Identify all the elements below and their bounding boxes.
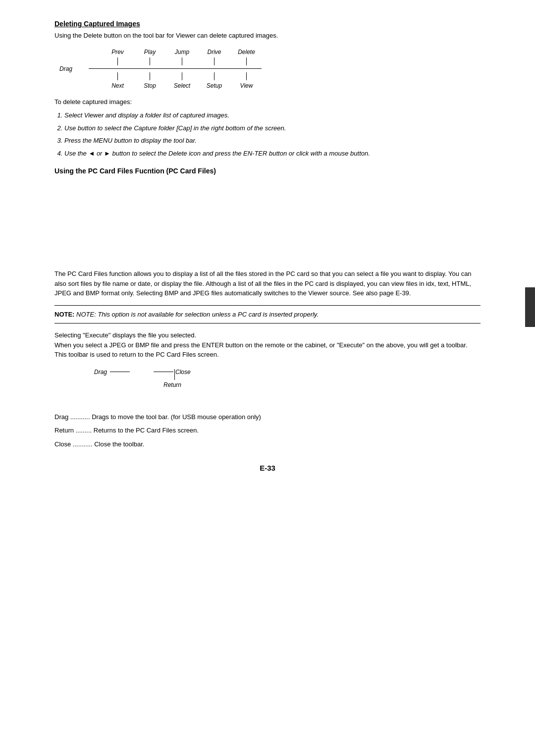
drag-desc: Drag ........... Drags to move the tool … xyxy=(54,412,481,422)
toolbar-diagram: Prev Play Jump Drive Delete Drag xyxy=(59,49,481,89)
label-stop: Stop xyxy=(134,82,166,89)
note-box: NOTE: NOTE: This option is not available… xyxy=(54,305,481,324)
tick-view xyxy=(246,72,247,80)
delete-step-4: Use the ◄ or ► button to select the Dele… xyxy=(64,149,481,159)
delete-steps: Select Viewer and display a folder list … xyxy=(64,110,481,158)
image-area-spacer xyxy=(54,180,481,269)
tick-select xyxy=(182,72,182,80)
tick-prev xyxy=(117,57,118,65)
label-view: View xyxy=(230,82,263,89)
delete-step-1: Select Viewer and display a folder list … xyxy=(64,110,481,120)
to-delete-label: To delete captured images: xyxy=(54,97,481,107)
delete-step-3: Press the MENU button to display the too… xyxy=(64,136,481,146)
label-delete: Delete xyxy=(230,49,263,55)
tick-setup xyxy=(214,72,214,80)
note-text: NOTE: NOTE: This option is not available… xyxy=(54,310,481,320)
tick-jump xyxy=(182,57,182,65)
tick-play xyxy=(150,57,150,65)
tick-delete xyxy=(246,57,247,65)
section-heading-delete: Deleting Captured Images xyxy=(54,20,481,28)
label-select: Select xyxy=(166,82,198,89)
pc-drag-line-right xyxy=(154,372,173,372)
pc-toolbar-diagram: Drag Close Return xyxy=(94,369,481,403)
tick-drive xyxy=(214,57,214,65)
label-jump: Jump xyxy=(166,49,198,55)
section-heading-pccard: Using the PC Card Files Fucntion (PC Car… xyxy=(54,167,481,175)
drag-line xyxy=(89,68,101,69)
delete-intro: Using the Delete button on the tool bar … xyxy=(54,31,481,41)
delete-step-2: Use button to select the Capture folder … xyxy=(64,123,481,133)
pc-drag-line-left xyxy=(110,372,130,372)
pc-return-label: Return xyxy=(163,381,181,388)
label-next: Next xyxy=(102,82,134,89)
label-play: Play xyxy=(134,49,166,55)
pccard-description1: The PC Card Files function allows you to… xyxy=(54,269,481,298)
tick-stop xyxy=(150,72,150,80)
page-number: E-33 xyxy=(54,464,481,472)
close-desc: Close ........... Close the toolbar. xyxy=(54,439,481,449)
return-desc: Return ......... Returns to the PC Card … xyxy=(54,426,481,435)
tick-next xyxy=(117,72,118,80)
right-edge-tab xyxy=(525,287,535,327)
label-prev: Prev xyxy=(102,49,134,55)
pc-close-label: Close xyxy=(175,369,191,376)
pccard-description2: Selecting "Execute" displays the file yo… xyxy=(54,330,481,360)
pc-drag-label: Drag xyxy=(94,369,107,376)
label-drive: Drive xyxy=(198,49,230,55)
pc-vert-line xyxy=(174,369,175,380)
toolbar-bar xyxy=(101,68,262,69)
label-setup: Setup xyxy=(198,82,230,89)
drag-label: Drag xyxy=(59,65,87,72)
